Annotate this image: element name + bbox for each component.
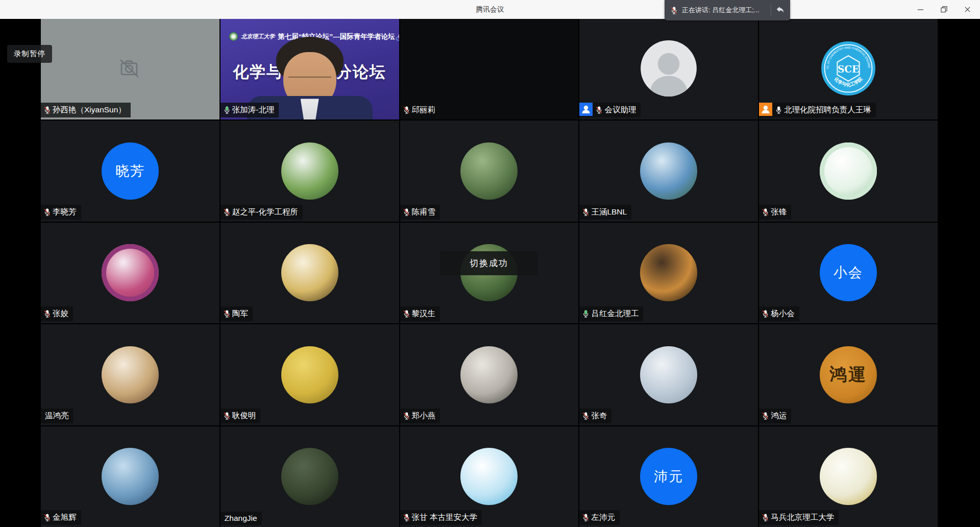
avatar-area — [102, 448, 159, 505]
avatar — [820, 142, 877, 200]
mic-muted-icon — [759, 208, 770, 217]
avatar: 沛元 — [640, 448, 697, 505]
participant-tile[interactable]: 沛元 北京理工大学 第七届“特立论坛”—国际青年学者论坛 化学与 分论坛 左沛元 — [579, 426, 758, 527]
avatar — [640, 244, 697, 301]
avatar — [820, 448, 877, 505]
participant-tile[interactable]: 鸿運 北京理工大学 第七届“特立论坛”—国际青年学者论坛 化学与 分论坛 鸿运 — [759, 324, 938, 425]
mic-speaking-icon — [579, 309, 590, 318]
camera-off-icon — [118, 56, 142, 81]
participant-tile[interactable]: 北京理工大学 第七届“特立论坛”—国际青年学者论坛 化学与 分论坛 马兵北京理工… — [759, 426, 938, 527]
participant-name: 杨小会 — [770, 306, 799, 321]
participant-label: 郑小燕 — [400, 409, 440, 423]
mic-muted-icon — [579, 208, 590, 217]
participant-label: 李晓芳 — [41, 205, 81, 220]
undo-arrow-icon[interactable] — [775, 5, 785, 15]
participant-name: 金旭辉 — [52, 510, 81, 525]
close-button[interactable] — [955, 0, 979, 19]
participant-tile[interactable]: 北京理工大学 第七届“特立论坛”—国际青年学者论坛 化学与 分论坛 王涵LBNL — [579, 121, 758, 221]
mic-muted-icon — [759, 412, 770, 420]
avatar — [460, 448, 518, 505]
participant-label: 会议助理 — [579, 103, 641, 117]
avatar — [102, 244, 159, 301]
divider — [771, 5, 771, 16]
mic-muted-icon — [400, 208, 411, 217]
avatar-area — [460, 142, 518, 200]
participant-tile[interactable]: 北京理工大学 第七届“特立论坛”—国际青年学者论坛 化学与 分论坛 温鸿亮 — [41, 324, 219, 425]
participant-label: 陈甫雪 — [400, 205, 440, 220]
bit-logo-icon — [229, 32, 238, 41]
avatar-area: 小会 — [820, 244, 877, 301]
participant-tile[interactable]: SCE SCHOOL OF CHEMISTRY AND CHEMICAL ENG… — [759, 19, 938, 119]
planet-decoration-icon — [398, 33, 399, 40]
participant-name: 黎汉生 — [411, 306, 440, 321]
mic-on-icon — [772, 106, 783, 114]
avatar — [460, 346, 518, 403]
participant-label: 吕红金北理工 — [579, 306, 643, 321]
svg-text:SCE: SCE — [838, 63, 859, 74]
participant-name: 陶军 — [231, 306, 253, 321]
participant-tile[interactable]: 北京理工大学 第七届“特立论坛”—国际青年学者论坛 化学与 分论坛 张姣 — [41, 223, 219, 323]
participant-label: 邱丽莉 — [400, 103, 440, 117]
minimize-button[interactable] — [909, 0, 932, 19]
participant-tile[interactable]: 北京理工大学 第七届“特立论坛”—国际青年学者论坛 化学与 分论坛 耿俊明 — [220, 324, 399, 425]
participant-label: 张加涛-北理 — [220, 103, 279, 117]
speaking-indicator[interactable]: 正在讲话: 吕红金北理工;... — [665, 0, 790, 20]
participant-name: 会议助理 — [603, 103, 641, 117]
participant-name: 温鸿亮 — [41, 409, 74, 423]
participant-tile[interactable]: 北京理工大学 第七届“特立论坛”—国际青年学者论坛 化学与 分论坛 张甘 本古里… — [400, 426, 579, 527]
participant-label: 张姣 — [41, 306, 73, 321]
avatar-area — [102, 244, 159, 301]
participant-tile[interactable]: 北京理工大学 第七届“特立论坛”—国际青年学者论坛 化学与 分论坛 陶军 — [220, 223, 399, 323]
participant-label: 左沛元 — [579, 510, 620, 525]
avatar — [281, 448, 338, 505]
avatar-area — [640, 142, 697, 200]
mic-muted-icon — [400, 412, 411, 420]
participant-label: 张锋 — [759, 205, 791, 220]
participant-label: 张甘 本古里安大学 — [400, 510, 482, 525]
mic-muted-icon — [593, 106, 603, 114]
avatar-area — [640, 346, 697, 403]
restore-button[interactable] — [932, 0, 955, 19]
participant-label: 杨小会 — [759, 306, 799, 321]
participant-tile[interactable]: 北京理工大学 第七届“特立论坛”—国际青年学者论坛 化学与 分论坛 孙西艳（Xi… — [41, 19, 219, 119]
avatar-area — [281, 448, 338, 505]
participant-tile[interactable]: 北京理工大学 第七届“特立论坛”—国际青年学者论坛 化学与 分论坛 张奇 — [579, 324, 758, 425]
avatar: 晓芳 — [102, 142, 159, 200]
participant-name: 张姣 — [52, 306, 73, 321]
participant-tile[interactable]: 北京理工大学 第七届“特立论坛”—国际青年学者论坛 化学与 分论坛 吕红金北理工 — [579, 223, 758, 323]
mic-muted-icon — [759, 513, 770, 522]
participant-name: 李晓芳 — [52, 205, 81, 220]
participant-tile[interactable]: 北京理工大学 第七届“特立论坛”—国际青年学者论坛 化学与 分论坛 ZhangJ… — [220, 426, 399, 527]
participant-tile[interactable]: 北京理工大学 第七届“特立论坛”—国际青年学者论坛 化学与 分论坛 会议助理 — [579, 19, 758, 119]
participant-label: 马兵北京理工大学 — [759, 510, 839, 525]
avatar: SCE SCHOOL OF CHEMISTRY AND CHEMICAL ENG… — [821, 41, 876, 96]
avatar-area: 鸿運 — [820, 346, 877, 403]
participant-tile[interactable]: 小会 北京理工大学 第七届“特立论坛”—国际青年学者论坛 化学与 分论坛 杨小会 — [759, 223, 938, 323]
participant-tile[interactable]: 晓芳 北京理工大学 第七届“特立论坛”—国际青年学者论坛 化学与 分论坛 李晓芳 — [41, 121, 219, 221]
window-controls — [909, 0, 979, 19]
participant-tile[interactable]: 北京理工大学 第七届“特立论坛”—国际青年学者论坛 化学与 分论坛 金旭辉 — [41, 426, 219, 527]
participant-name: 耿俊明 — [231, 409, 261, 423]
mic-muted-icon — [579, 412, 590, 420]
avatar-area — [640, 244, 697, 301]
participant-tile[interactable]: 北京理工大学 第七届“特立论坛”—国际青年学者论坛 化学与 分论坛 邱丽莉 — [400, 19, 579, 119]
participant-label: 金旭辉 — [41, 510, 81, 525]
avatar — [102, 346, 159, 403]
app-title: 腾讯会议 — [476, 5, 504, 14]
participant-name: 张锋 — [770, 205, 791, 220]
avatar-area — [118, 56, 142, 83]
avatar — [640, 346, 697, 403]
participant-tile[interactable]: 北京理工大学 第七届“特立论坛”—国际青年学者论坛 化学与 分论坛 郑小燕 — [400, 324, 579, 425]
participant-name: 王涵LBNL — [590, 205, 631, 220]
participant-label: 王涵LBNL — [579, 205, 631, 220]
participant-tile[interactable]: 北京理工大学 第七届“特立论坛”—国际青年学者论坛 化学与 分论坛 张锋 — [759, 121, 938, 221]
participant-label: 温鸿亮 — [41, 409, 74, 423]
mic-muted-icon — [41, 208, 52, 217]
participant-tile[interactable]: 北京理工大学 第七届“特立论坛”—国际青年学者论坛 化学与 分论坛 陈甫雪 — [400, 121, 579, 221]
participant-tile[interactable]: 北京理工大学 第七届“特立论坛”—国际青年学者论坛 化学与 分论坛 赵之平-化学… — [220, 121, 399, 221]
participant-name: 赵之平-化学工程所 — [231, 205, 303, 220]
participant-tile[interactable]: 北京理工大学 第七届“特立论坛”—国际青年学者论坛 化学与 分论坛 张加涛-北理 — [220, 19, 399, 119]
role-badge-icon — [759, 103, 772, 116]
participant-name: 郑小燕 — [411, 409, 440, 423]
avatar — [281, 244, 338, 301]
